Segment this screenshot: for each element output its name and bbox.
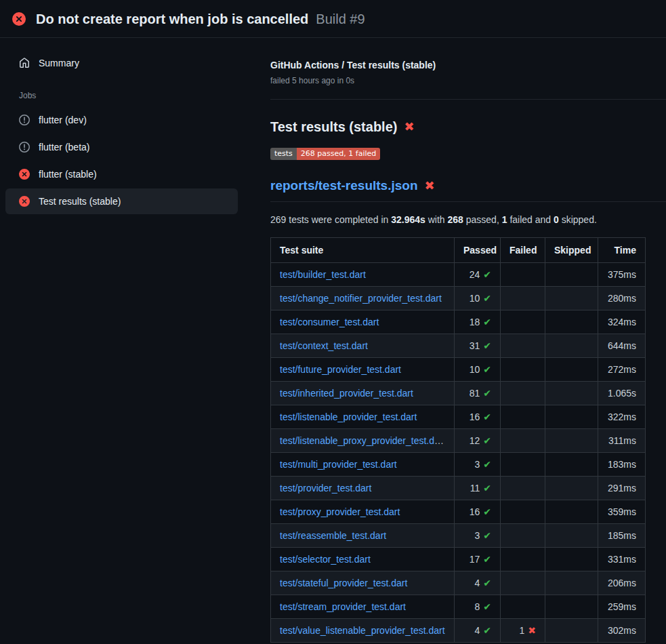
passed-cell: 16✔ bbox=[455, 405, 501, 429]
suite-cell: test/listenable_provider_test.dart bbox=[271, 405, 455, 429]
failed-cell bbox=[501, 524, 545, 548]
table-row: test/consumer_test.dart18✔324ms bbox=[271, 310, 646, 334]
check-icon: ✔ bbox=[483, 411, 491, 422]
sidebar-item-flutter-dev[interactable]: flutter (dev) bbox=[5, 107, 238, 133]
suite-cell: test/selector_test.dart bbox=[271, 548, 455, 571]
passed-count: 8 bbox=[474, 601, 480, 612]
page-body: Summary Jobs flutter (dev) bbox=[0, 38, 666, 644]
check-icon: ✔ bbox=[483, 435, 491, 446]
time-cell: 322ms bbox=[598, 405, 646, 429]
suite-link[interactable]: test/selector_test.dart bbox=[280, 554, 371, 565]
check-icon: ✔ bbox=[483, 578, 491, 588]
passed-cell: 4✔ bbox=[455, 619, 501, 643]
passed-cell: 18✔ bbox=[455, 310, 501, 334]
failed-x-icon: ✖ bbox=[404, 121, 414, 133]
summary-passed-count: 268 bbox=[448, 214, 463, 225]
skipped-cell bbox=[545, 619, 598, 643]
divider bbox=[270, 99, 666, 100]
passed-count: 24 bbox=[470, 269, 480, 280]
time-cell: 311ms bbox=[598, 429, 646, 453]
suite-link[interactable]: test/change_notifier_provider_test.dart bbox=[280, 293, 442, 304]
failed-cell bbox=[501, 358, 545, 382]
skipped-cell bbox=[545, 358, 598, 382]
section-title: Test results (stable) ✖ bbox=[270, 117, 666, 136]
table-row: test/context_test.dart31✔644ms bbox=[271, 334, 646, 358]
skipped-cell bbox=[545, 595, 598, 619]
cancelled-status-icon bbox=[19, 115, 30, 125]
passed-count: 4 bbox=[474, 578, 480, 588]
skipped-cell bbox=[545, 287, 598, 310]
summary-line: 269 tests were completed in 32.964s with… bbox=[270, 213, 666, 226]
main-content: GitHub Actions / Test results (stable) f… bbox=[242, 38, 666, 644]
failed-cell bbox=[501, 453, 545, 477]
suite-link[interactable]: test/stateful_provider_test.dart bbox=[280, 578, 407, 588]
summary-text: failed and bbox=[507, 214, 554, 225]
skipped-cell bbox=[545, 405, 598, 429]
time-cell: 644ms bbox=[598, 334, 646, 358]
failed-cell bbox=[501, 595, 545, 619]
suite-link[interactable]: test/reassemble_test.dart bbox=[280, 530, 386, 541]
suite-link[interactable]: test/provider_test.dart bbox=[280, 483, 371, 494]
suite-link[interactable]: test/proxy_provider_test.dart bbox=[280, 506, 400, 517]
check-icon: ✔ bbox=[483, 530, 491, 541]
passed-count: 3 bbox=[474, 459, 480, 470]
suite-link[interactable]: test/stream_provider_test.dart bbox=[280, 601, 406, 612]
suite-link[interactable]: test/consumer_test.dart bbox=[280, 317, 379, 327]
failed-cell bbox=[501, 405, 545, 429]
sidebar-item-flutter-stable[interactable]: flutter (stable) bbox=[5, 161, 238, 187]
suite-link[interactable]: test/multi_provider_test.dart bbox=[280, 459, 397, 470]
failed-cell bbox=[501, 429, 545, 453]
check-icon: ✔ bbox=[483, 601, 491, 612]
suite-cell: test/reassemble_test.dart bbox=[271, 524, 455, 548]
passed-count: 16 bbox=[470, 411, 480, 422]
suite-link[interactable]: test/inherited_provider_test.dart bbox=[280, 388, 413, 399]
failed-cell bbox=[501, 500, 545, 524]
failed-status-icon bbox=[19, 169, 30, 180]
passed-cell: 81✔ bbox=[455, 382, 501, 405]
skipped-cell bbox=[545, 500, 598, 524]
check-icon: ✔ bbox=[483, 625, 491, 636]
check-icon: ✔ bbox=[483, 459, 491, 470]
suite-link[interactable]: test/value_listenable_provider_test.dart bbox=[280, 625, 445, 636]
table-row: test/builder_test.dart24✔375ms bbox=[271, 263, 646, 287]
passed-count: 3 bbox=[474, 530, 480, 541]
suite-link[interactable]: test/context_test.dart bbox=[280, 340, 368, 351]
suite-cell: test/provider_test.dart bbox=[271, 477, 455, 500]
skipped-cell bbox=[545, 429, 598, 453]
run-build-number: Build #9 bbox=[316, 9, 365, 28]
sidebar-item-label: Test results (stable) bbox=[39, 196, 121, 207]
passed-count: 11 bbox=[470, 483, 480, 494]
sidebar: Summary Jobs flutter (dev) bbox=[0, 38, 242, 644]
failed-cell bbox=[501, 263, 545, 287]
failed-status-icon bbox=[12, 12, 26, 26]
suite-link[interactable]: test/listenable_proxy_provider_test.dart bbox=[280, 435, 445, 446]
suite-link[interactable]: test/future_provider_test.dart bbox=[280, 364, 401, 375]
col-header-skipped: Skipped bbox=[545, 238, 598, 263]
home-icon bbox=[19, 58, 30, 68]
skipped-cell bbox=[545, 310, 598, 334]
failed-cell bbox=[501, 310, 545, 334]
passed-cell: 11✔ bbox=[455, 477, 501, 500]
failed-cell bbox=[501, 382, 545, 405]
sidebar-item-label: flutter (stable) bbox=[39, 169, 97, 180]
time-cell: 359ms bbox=[598, 500, 646, 524]
check-icon: ✔ bbox=[483, 293, 491, 304]
table-row: test/provider_test.dart11✔291ms bbox=[271, 477, 646, 500]
time-cell: 1.065s bbox=[598, 382, 646, 405]
report-file-link[interactable]: reports/test-results.json bbox=[270, 176, 418, 195]
suite-link[interactable]: test/builder_test.dart bbox=[280, 269, 366, 280]
sidebar-item-label: flutter (dev) bbox=[39, 115, 87, 125]
passed-cell: 24✔ bbox=[455, 263, 501, 287]
skipped-cell bbox=[545, 548, 598, 571]
sidebar-item-summary[interactable]: Summary bbox=[5, 50, 238, 76]
suite-cell: test/inherited_provider_test.dart bbox=[271, 382, 455, 405]
sidebar-item-test-results-stable[interactable]: Test results (stable) bbox=[5, 188, 238, 214]
suite-link[interactable]: test/listenable_provider_test.dart bbox=[280, 411, 417, 422]
check-icon: ✔ bbox=[483, 364, 491, 375]
sidebar-item-flutter-beta[interactable]: flutter (beta) bbox=[5, 134, 238, 160]
summary-skipped-count: 0 bbox=[554, 214, 559, 225]
table-row: test/value_listenable_provider_test.dart… bbox=[271, 619, 646, 643]
passed-cell: 10✔ bbox=[455, 358, 501, 382]
failed-cell bbox=[501, 548, 545, 571]
time-cell: 259ms bbox=[598, 595, 646, 619]
